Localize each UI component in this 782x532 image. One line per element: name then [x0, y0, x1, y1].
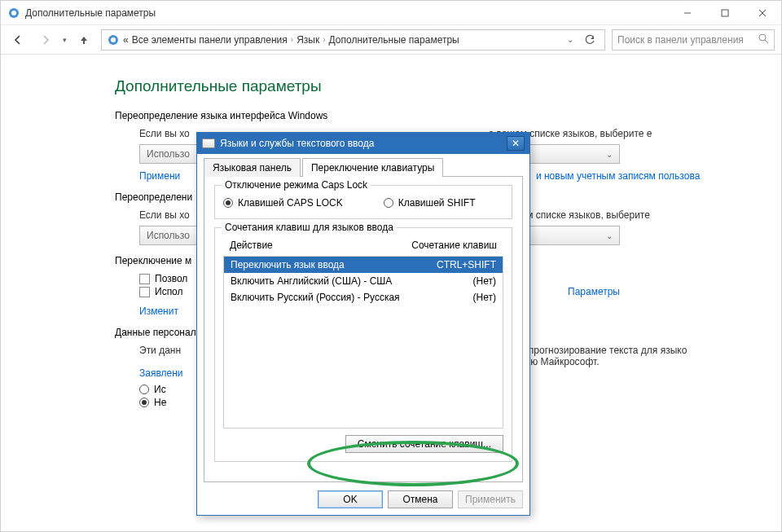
- control-panel-icon: [7, 7, 20, 20]
- tab-panel: Отключение режима Caps Lock Клавишей CAP…: [204, 177, 523, 482]
- change-key-sequence-button[interactable]: Сменить сочетание клавиш...: [345, 435, 503, 453]
- breadcrumb-item[interactable]: Дополнительные параметры: [329, 34, 459, 46]
- dialog-title-bar[interactable]: Языки и службы текстового ввода ✕: [197, 133, 529, 154]
- up-button[interactable]: [73, 29, 94, 51]
- breadcrumb-dropdown[interactable]: ⌄: [564, 35, 577, 44]
- cancel-button[interactable]: Отмена: [388, 490, 453, 508]
- breadcrumb-separator: ›: [323, 35, 325, 44]
- svg-point-7: [111, 37, 116, 42]
- back-button[interactable]: [7, 29, 29, 51]
- apply-display-language-link[interactable]: Примени: [139, 170, 180, 182]
- dialog-body: Языковая панель Переключение клавиатуры …: [197, 154, 529, 515]
- page-title: Дополнительные параметры: [115, 77, 749, 95]
- shortcut-header: Действие Сочетание клавиш: [223, 236, 503, 256]
- shortcut-row[interactable]: Включить Русский (Россия) - Русская (Нет…: [224, 289, 503, 306]
- group-title: Сочетания клавиш для языков ввода: [222, 222, 397, 233]
- shortcut-list[interactable]: Переключить язык ввода CTRL+SHIFT Включи…: [223, 256, 503, 429]
- svg-rect-3: [722, 10, 728, 16]
- svg-line-9: [765, 40, 768, 43]
- ok-button[interactable]: OK: [318, 490, 383, 508]
- radio-shift[interactable]: Клавишей SHIFT: [384, 197, 476, 209]
- breadcrumb-bar[interactable]: « Все элементы панели управления › Язык …: [101, 29, 605, 51]
- parameters-link[interactable]: Параметры: [568, 286, 620, 297]
- radio-icon: [139, 385, 149, 394]
- breadcrumb-item[interactable]: Все элементы панели управления: [132, 34, 288, 46]
- radio-capslock[interactable]: Клавишей CAPS LOCK: [223, 197, 343, 209]
- radio-icon: [223, 198, 233, 208]
- privacy-statement-link[interactable]: Заявлени: [139, 367, 183, 379]
- apply-display-language-link[interactable]: и новым учетным записям пользова: [536, 170, 700, 182]
- search-icon: [758, 33, 769, 46]
- group-title: Отключение режима Caps Lock: [222, 179, 371, 191]
- svg-point-8: [759, 34, 766, 41]
- dialog-close-button[interactable]: ✕: [507, 136, 525, 151]
- checkbox-icon: [139, 287, 150, 297]
- tab-language-bar[interactable]: Языковая панель: [204, 158, 301, 177]
- forward-button[interactable]: [35, 29, 56, 51]
- capslock-group: Отключение режима Caps Lock Клавишей CAP…: [214, 185, 512, 219]
- breadcrumb-prefix[interactable]: «: [123, 34, 129, 46]
- svg-point-1: [11, 11, 16, 15]
- search-placeholder: Поиск в панели управления: [617, 34, 758, 46]
- chevron-down-icon: ⌄: [606, 150, 613, 159]
- breadcrumb-item[interactable]: Язык: [297, 34, 319, 46]
- dialog-button-row: OK Отмена Применить: [204, 490, 523, 508]
- keyboard-icon: [202, 138, 215, 148]
- maximize-button[interactable]: [706, 1, 744, 25]
- nav-bar: ▾ « Все элементы панели управления › Язы…: [1, 25, 781, 55]
- hotkeys-group: Сочетания клавиш для языков ввода Действ…: [214, 227, 512, 462]
- refresh-button[interactable]: [580, 30, 600, 50]
- recent-locations-dropdown[interactable]: ▾: [63, 36, 67, 44]
- close-button[interactable]: [744, 1, 781, 25]
- text-services-dialog: Языки и службы текстового ввода ✕ Языков…: [196, 132, 530, 516]
- tab-keyboard-switching[interactable]: Переключение клавиатуры: [302, 158, 443, 177]
- apply-button[interactable]: Применить: [458, 490, 523, 508]
- chevron-down-icon: ⌄: [606, 231, 613, 240]
- dialog-title: Языки и службы текстового ввода: [220, 138, 374, 149]
- dialog-tabs: Языковая панель Переключение клавиатуры: [204, 157, 523, 177]
- section-heading: Переопределение языка интерфейса Windows: [115, 110, 749, 121]
- control-panel-icon: [107, 33, 120, 46]
- shortcut-row[interactable]: Переключить язык ввода CTRL+SHIFT: [224, 257, 503, 273]
- shortcut-row[interactable]: Включить Английский (США) - США (Нет): [224, 273, 503, 289]
- breadcrumb-separator: ›: [291, 35, 293, 44]
- search-input[interactable]: Поиск в панели управления: [612, 29, 775, 51]
- window-title: Дополнительные параметры: [25, 7, 156, 19]
- control-panel-window: Дополнительные параметры ▾ « Все элемен: [0, 0, 782, 532]
- col-action: Действие: [230, 240, 273, 251]
- change-hotkeys-link[interactable]: Изменит: [139, 306, 178, 317]
- col-keys: Сочетание клавиш: [411, 240, 497, 251]
- title-bar: Дополнительные параметры: [1, 1, 781, 25]
- checkbox-icon: [139, 274, 150, 284]
- minimize-button[interactable]: [669, 1, 706, 25]
- radio-icon: [384, 198, 393, 208]
- radio-icon: [139, 398, 149, 407]
